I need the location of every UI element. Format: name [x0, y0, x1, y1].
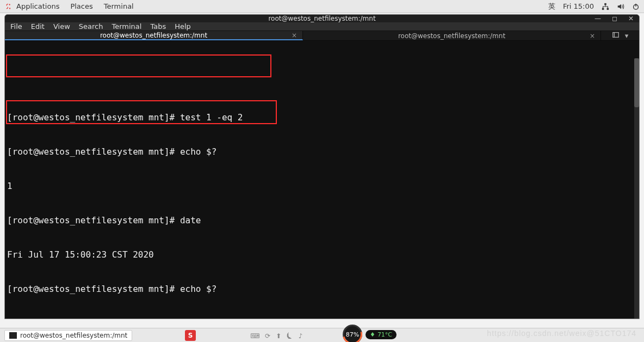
tab-dropdown-icon[interactable]: ▾	[625, 32, 629, 40]
menu-help[interactable]: Help	[175, 22, 191, 30]
terminal-menu[interactable]: Terminal	[104, 2, 134, 10]
term-line-2: 1	[6, 180, 638, 192]
menu-edit[interactable]: Edit	[31, 22, 45, 30]
system-tray: 英 Fri 15:00	[548, 2, 640, 11]
svg-rect-6	[612, 33, 618, 38]
distro-icon	[4, 3, 12, 10]
close-button[interactable]: ✕	[626, 14, 636, 23]
tray-app-icon[interactable]: S	[185, 330, 196, 341]
system-gauge-widget[interactable]: 87% ♦ 71°C	[343, 325, 397, 342]
taskbar-item-terminal[interactable]: root@westos_netfilesystem:/mnt	[4, 330, 132, 341]
terminal-tabbar: root@westos_netfilesystem:/mnt × root@we…	[5, 31, 639, 41]
menu-search[interactable]: Search	[79, 22, 103, 30]
window-titlebar[interactable]: root@westos_netfilesystem:/mnt — ◻ ✕	[5, 15, 639, 22]
term-line-6: 0	[6, 317, 638, 319]
places-menu[interactable]: Places	[70, 2, 92, 10]
network-icon[interactable]	[602, 3, 609, 10]
watermark-text: https://blog.csdn.net/weix@51CTO174	[487, 329, 636, 338]
scrollbar-thumb[interactable]	[634, 58, 639, 107]
volume-icon[interactable]	[617, 3, 624, 10]
term-line-0: [root@westos_netfilesystem mnt]# test 1 …	[6, 112, 638, 123]
term-line-5: [root@westos_netfilesystem mnt]# echo $?	[6, 283, 638, 295]
terminal-app-icon	[9, 332, 17, 339]
term-line-4: Fri Jul 17 15:00:23 CST 2020	[6, 249, 638, 260]
applications-menu[interactable]: Applications	[16, 2, 59, 10]
svg-point-0	[9, 4, 10, 5]
menu-tabs[interactable]: Tabs	[150, 22, 166, 30]
ime-indicator[interactable]: 英	[548, 2, 555, 11]
svg-rect-3	[602, 8, 604, 10]
cpu-gauge: 87%	[343, 325, 362, 342]
menu-file[interactable]: File	[10, 22, 22, 30]
tab-1-label: root@westos_netfilesystem:/mnt	[100, 32, 207, 39]
svg-rect-2	[604, 3, 606, 5]
menu-terminal[interactable]: Terminal	[112, 22, 141, 30]
tab-1[interactable]: root@westos_netfilesystem:/mnt ×	[5, 31, 303, 40]
terminal-viewport[interactable]: [root@westos_netfilesystem mnt]# test 1 …	[5, 41, 639, 319]
tab-extra-icon[interactable]	[612, 31, 620, 40]
window-title: root@westos_netfilesystem:/mnt	[268, 15, 375, 22]
power-icon[interactable]	[632, 3, 640, 10]
tab-2[interactable]: root@westos_netfilesystem:/mnt ×	[303, 31, 601, 40]
highlight-box-1	[6, 54, 271, 77]
flame-icon: ♦	[370, 331, 375, 338]
menu-view[interactable]: View	[53, 22, 70, 30]
terminal-menubar: File Edit View Search Terminal Tabs Help	[5, 22, 639, 31]
tab-2-close-icon[interactable]: ×	[590, 32, 595, 40]
svg-point-1	[9, 8, 10, 9]
clock[interactable]: Fri 15:00	[563, 2, 594, 10]
desktop-top-bar: Applications Places Terminal 英 Fri 15:00	[0, 0, 644, 13]
svg-rect-4	[607, 8, 609, 10]
taskbar-item-label: root@westos_netfilesystem:/mnt	[20, 332, 127, 339]
mini-tray-icons[interactable]: ⌨ ⟳ ⬆ ⏾ ♪	[250, 332, 304, 340]
cpu-temp-pill: ♦ 71°C	[366, 330, 397, 339]
maximize-button[interactable]: ◻	[610, 14, 620, 23]
tab-1-close-icon[interactable]: ×	[292, 32, 297, 39]
minimize-button[interactable]: —	[592, 14, 603, 23]
term-line-1: [root@westos_netfilesystem mnt]# echo $?	[6, 146, 638, 157]
tab-2-label: root@westos_netfilesystem:/mnt	[398, 32, 505, 40]
terminal-window: root@westos_netfilesystem:/mnt — ◻ ✕ Fil…	[4, 14, 640, 319]
term-line-3: [root@westos_netfilesystem mnt]# date	[6, 215, 638, 226]
